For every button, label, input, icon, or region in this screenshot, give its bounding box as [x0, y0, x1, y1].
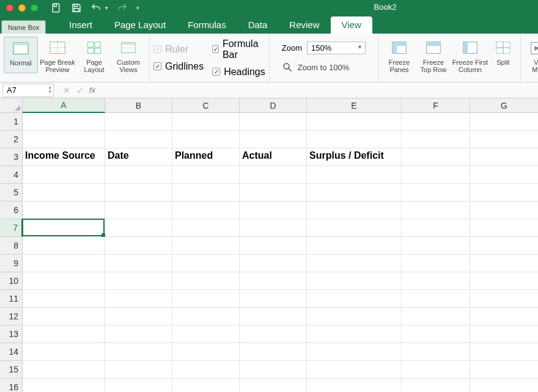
- cell-E3[interactable]: Surplus / Deficit: [307, 148, 402, 166]
- tab-view[interactable]: View: [331, 16, 372, 34]
- formula-bar-checkbox[interactable]: Formula Bar: [212, 38, 265, 60]
- cell-F9[interactable]: [402, 255, 470, 272]
- cell-D15[interactable]: [240, 361, 307, 379]
- freeze-first-column-button[interactable]: Freeze First Column: [451, 37, 490, 73]
- cell-A2[interactable]: [23, 131, 105, 148]
- column-header-D[interactable]: D: [240, 98, 307, 113]
- cell-C10[interactable]: [172, 272, 240, 290]
- cell-G11[interactable]: [470, 290, 538, 308]
- cell-E4[interactable]: [307, 166, 402, 184]
- cell-B13[interactable]: [105, 325, 172, 343]
- autosave-icon[interactable]: [51, 2, 62, 13]
- cell-A16[interactable]: [23, 379, 105, 392]
- row-header-5[interactable]: 5: [0, 184, 23, 201]
- cell-D14[interactable]: [240, 343, 307, 361]
- cell-C8[interactable]: [172, 237, 240, 255]
- cell-F1[interactable]: [402, 113, 470, 131]
- cell-D9[interactable]: [240, 255, 307, 272]
- row-header-15[interactable]: 15: [0, 361, 23, 379]
- cell-F10[interactable]: [402, 272, 470, 290]
- freeze-top-row-button[interactable]: Freeze Top Row: [416, 37, 451, 73]
- row-header-11[interactable]: 11: [0, 290, 23, 308]
- cell-F11[interactable]: [402, 290, 470, 308]
- cell-B7[interactable]: [105, 219, 172, 237]
- row-header-12[interactable]: 12: [0, 308, 23, 325]
- cell-E8[interactable]: [307, 237, 402, 255]
- cell-G8[interactable]: [470, 237, 538, 255]
- cell-B10[interactable]: [105, 272, 172, 290]
- tab-insert[interactable]: Insert: [58, 16, 103, 34]
- gridlines-checkbox[interactable]: Gridlines: [153, 61, 204, 72]
- column-header-B[interactable]: B: [105, 98, 172, 113]
- cell-D11[interactable]: [240, 290, 307, 308]
- cell-A13[interactable]: [23, 325, 105, 343]
- cell-E5[interactable]: [307, 184, 402, 201]
- cell-B15[interactable]: [105, 361, 172, 379]
- cell-A8[interactable]: [23, 237, 105, 255]
- cell-E16[interactable]: [307, 379, 402, 392]
- view-macros-button[interactable]: Vi Ma: [525, 37, 538, 73]
- column-header-A[interactable]: A: [23, 98, 105, 113]
- cell-D2[interactable]: [240, 131, 307, 148]
- cell-A10[interactable]: [23, 272, 105, 290]
- undo-dropdown-icon[interactable]: ▾: [105, 5, 108, 11]
- cell-A1[interactable]: [23, 113, 105, 131]
- cell-A3[interactable]: Income Source: [23, 148, 105, 166]
- tab-review[interactable]: Review: [278, 16, 330, 34]
- select-all-corner[interactable]: [0, 98, 23, 113]
- cell-B2[interactable]: [105, 131, 172, 148]
- zoom-to-100-button[interactable]: Zoom to 100%: [282, 62, 366, 73]
- tab-data[interactable]: Data: [237, 16, 279, 34]
- cell-F15[interactable]: [402, 361, 470, 379]
- cell-F8[interactable]: [402, 237, 470, 255]
- cell-G10[interactable]: [470, 272, 538, 290]
- cell-G15[interactable]: [470, 361, 538, 379]
- custom-views-button[interactable]: Custom Views: [111, 37, 146, 73]
- cell-F7[interactable]: [402, 219, 470, 237]
- cell-F2[interactable]: [402, 131, 470, 148]
- cell-D5[interactable]: [240, 184, 307, 201]
- cell-B11[interactable]: [105, 290, 172, 308]
- cell-B4[interactable]: [105, 166, 172, 184]
- cell-G1[interactable]: [470, 113, 538, 131]
- cell-B8[interactable]: [105, 237, 172, 255]
- cell-E14[interactable]: [307, 343, 402, 361]
- row-header-1[interactable]: 1: [0, 113, 23, 131]
- cell-C6[interactable]: [172, 201, 240, 219]
- cell-G13[interactable]: [470, 325, 538, 343]
- split-button[interactable]: Split: [490, 37, 517, 73]
- cell-F4[interactable]: [402, 166, 470, 184]
- cell-E1[interactable]: [307, 113, 402, 131]
- row-header-10[interactable]: 10: [0, 272, 23, 290]
- cell-G5[interactable]: [470, 184, 538, 201]
- cell-E2[interactable]: [307, 131, 402, 148]
- cell-C1[interactable]: [172, 113, 240, 131]
- fx-icon[interactable]: fx: [89, 85, 95, 95]
- cell-A14[interactable]: [23, 343, 105, 361]
- cell-B3[interactable]: Date: [105, 148, 172, 166]
- cell-F13[interactable]: [402, 325, 470, 343]
- cell-B9[interactable]: [105, 255, 172, 272]
- cell-C14[interactable]: [172, 343, 240, 361]
- row-header-14[interactable]: 14: [0, 343, 23, 361]
- cells-area[interactable]: Income SourceDatePlannedActualSurplus / …: [23, 113, 538, 392]
- normal-view-button[interactable]: Normal: [4, 37, 38, 73]
- undo-icon[interactable]: [90, 2, 101, 13]
- tab-formulas[interactable]: Formulas: [177, 16, 237, 34]
- cell-G6[interactable]: [470, 201, 538, 219]
- cell-B16[interactable]: [105, 379, 172, 392]
- headings-checkbox[interactable]: Headings: [212, 67, 265, 78]
- cell-C11[interactable]: [172, 290, 240, 308]
- cell-E7[interactable]: [307, 219, 402, 237]
- cell-G12[interactable]: [470, 308, 538, 325]
- cell-E13[interactable]: [307, 325, 402, 343]
- cell-F16[interactable]: [402, 379, 470, 392]
- cell-A6[interactable]: [23, 201, 105, 219]
- cell-F6[interactable]: [402, 201, 470, 219]
- cell-A9[interactable]: [23, 255, 105, 272]
- row-header-4[interactable]: 4: [0, 166, 23, 184]
- cell-C12[interactable]: [172, 308, 240, 325]
- cell-D10[interactable]: [240, 272, 307, 290]
- cell-G14[interactable]: [470, 343, 538, 361]
- tab-page-layout[interactable]: Page Layout: [103, 16, 177, 34]
